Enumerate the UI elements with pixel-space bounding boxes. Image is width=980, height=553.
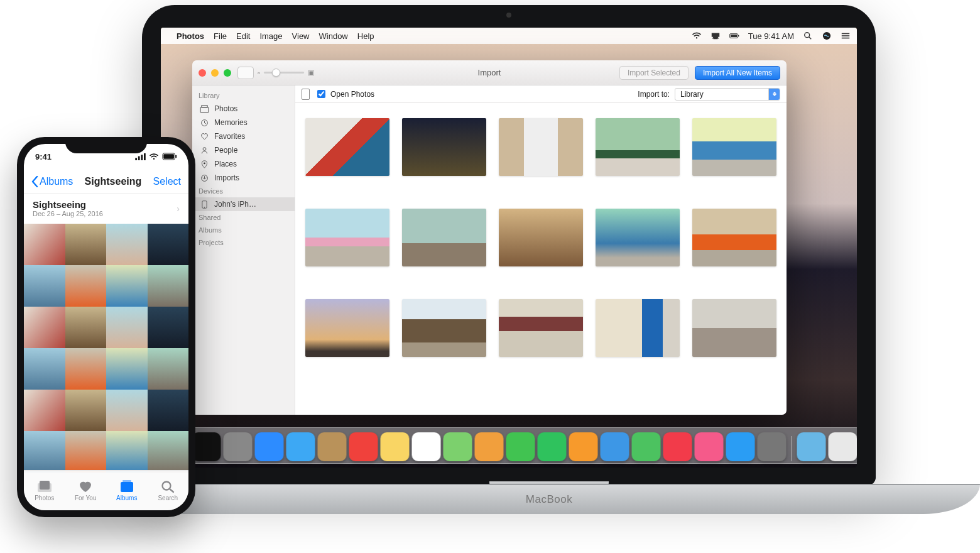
open-photos-input[interactable] bbox=[317, 90, 325, 98]
menu-file[interactable]: File bbox=[214, 31, 227, 41]
thumbnail-zoom-slider[interactable]: ▫ ▣ bbox=[258, 68, 314, 77]
menubar-app-name[interactable]: Photos bbox=[177, 31, 204, 41]
dock-app-news[interactable] bbox=[663, 432, 692, 461]
dock-app-safari[interactable] bbox=[255, 432, 284, 461]
album-photo-thumbnail[interactable] bbox=[148, 224, 189, 265]
dock-app-notes[interactable] bbox=[381, 432, 410, 461]
album-photo-thumbnail[interactable] bbox=[65, 265, 107, 307]
import-thumbnail[interactable] bbox=[402, 118, 486, 176]
menu-window[interactable]: Window bbox=[319, 31, 348, 41]
airplay-icon[interactable] bbox=[710, 31, 721, 40]
minimize-button[interactable] bbox=[211, 69, 219, 77]
album-photo-thumbnail[interactable] bbox=[106, 390, 148, 431]
import-thumbnail[interactable] bbox=[692, 299, 776, 357]
album-photo-thumbnail[interactable] bbox=[148, 307, 189, 348]
import-to-dropdown[interactable]: Library bbox=[675, 88, 780, 101]
import-thumbnail[interactable] bbox=[499, 118, 583, 176]
import-thumbnail[interactable] bbox=[305, 118, 389, 176]
album-photo-thumbnail[interactable] bbox=[24, 348, 65, 390]
dock-app-photos[interactable] bbox=[475, 432, 504, 461]
album-photo-thumbnail[interactable] bbox=[148, 348, 189, 390]
dock-app-messages[interactable] bbox=[506, 432, 535, 461]
dock-app-system-preferences[interactable] bbox=[758, 432, 787, 461]
dock-app-calendar[interactable] bbox=[349, 432, 378, 461]
menubar-clock[interactable]: Tue 9:41 AM bbox=[748, 31, 794, 41]
import-all-button[interactable]: Import All New Items bbox=[695, 66, 780, 80]
album-photo-thumbnail[interactable] bbox=[65, 307, 107, 348]
sidebar-item-favorites[interactable]: Favorites bbox=[192, 129, 295, 143]
dock-app-contacts[interactable] bbox=[318, 432, 347, 461]
album-photo-thumbnail[interactable] bbox=[106, 348, 148, 390]
album-photo-thumbnail[interactable] bbox=[148, 265, 189, 307]
sidebar-item-people[interactable]: People bbox=[192, 143, 295, 157]
dock-app-music[interactable] bbox=[695, 432, 724, 461]
menu-help[interactable]: Help bbox=[357, 31, 374, 41]
album-photo-thumbnail[interactable] bbox=[106, 224, 148, 265]
tab-for-you[interactable]: For You bbox=[65, 471, 107, 510]
import-thumbnail[interactable] bbox=[402, 209, 486, 266]
import-thumbnail[interactable] bbox=[305, 299, 389, 357]
album-photo-thumbnail[interactable] bbox=[65, 431, 107, 473]
sidebar-item-device-iphone[interactable]: John's iPh… bbox=[192, 197, 295, 211]
dock-app-launchpad[interactable] bbox=[224, 432, 253, 461]
dock-app-siri[interactable] bbox=[192, 432, 221, 461]
nav-select-button[interactable]: Select bbox=[153, 176, 181, 187]
sidebar-item-imports[interactable]: Imports bbox=[192, 171, 295, 185]
dock-app-facetime[interactable] bbox=[538, 432, 567, 461]
siri-icon[interactable] bbox=[822, 31, 832, 40]
dock-app-numbers[interactable] bbox=[632, 432, 661, 461]
album-header[interactable]: Sightseeing Dec 26 – Aug 25, 2016 › bbox=[24, 194, 188, 224]
dock-app-trash[interactable] bbox=[829, 432, 858, 461]
import-thumbnail[interactable] bbox=[692, 209, 776, 266]
import-thumbnail[interactable] bbox=[499, 299, 583, 357]
close-button[interactable] bbox=[199, 69, 206, 77]
import-thumbnail[interactable] bbox=[692, 118, 776, 176]
import-thumbnail[interactable] bbox=[499, 209, 583, 266]
tab-albums[interactable]: Albums bbox=[106, 471, 148, 510]
menu-image[interactable]: Image bbox=[259, 31, 282, 41]
zoom-button[interactable] bbox=[224, 69, 231, 77]
battery-icon[interactable] bbox=[729, 31, 739, 40]
album-photo-thumbnail[interactable] bbox=[106, 265, 148, 307]
album-photo-thumbnail[interactable] bbox=[106, 307, 148, 348]
album-photo-thumbnail[interactable] bbox=[148, 431, 189, 473]
sidebar-toggle-button[interactable] bbox=[237, 67, 254, 79]
spotlight-icon[interactable] bbox=[803, 31, 813, 40]
import-thumbnail[interactable] bbox=[596, 299, 680, 357]
import-thumbnail[interactable] bbox=[305, 209, 389, 266]
notification-center-icon[interactable] bbox=[841, 31, 851, 40]
dock-app-reminders[interactable] bbox=[412, 432, 441, 461]
dock-app-pages[interactable] bbox=[569, 432, 598, 461]
album-photo-thumbnail[interactable] bbox=[65, 390, 107, 431]
album-photo-thumbnail[interactable] bbox=[65, 348, 107, 390]
album-photo-thumbnail[interactable] bbox=[24, 224, 65, 265]
open-photos-checkbox[interactable]: Open Photos bbox=[315, 88, 374, 100]
import-thumbnail[interactable] bbox=[596, 209, 680, 266]
import-thumbnail[interactable] bbox=[596, 118, 680, 176]
album-photo-grid[interactable] bbox=[24, 224, 188, 473]
album-photo-thumbnail[interactable] bbox=[106, 431, 148, 473]
album-photo-thumbnail[interactable] bbox=[24, 390, 65, 431]
album-photo-thumbnail[interactable] bbox=[24, 265, 65, 307]
dock-app-downloads[interactable] bbox=[797, 432, 826, 461]
album-photo-thumbnail[interactable] bbox=[24, 307, 65, 348]
dock-app-maps[interactable] bbox=[444, 432, 472, 461]
wifi-icon[interactable] bbox=[692, 31, 702, 40]
dock-app-app-store[interactable] bbox=[726, 432, 755, 461]
dock-app-keynote[interactable] bbox=[601, 432, 629, 461]
import-thumbnail[interactable] bbox=[402, 299, 486, 357]
nav-back-button[interactable]: Albums bbox=[31, 176, 73, 187]
tab-photos[interactable]: Photos bbox=[24, 471, 65, 510]
dock-separator bbox=[792, 436, 792, 461]
dock-app-mail[interactable] bbox=[286, 432, 315, 461]
sidebar-item-photos[interactable]: Photos bbox=[192, 102, 295, 116]
import-selected-button[interactable]: Import Selected bbox=[619, 66, 689, 80]
album-photo-thumbnail[interactable] bbox=[24, 431, 65, 473]
album-photo-thumbnail[interactable] bbox=[65, 224, 107, 265]
menu-view[interactable]: View bbox=[292, 31, 310, 41]
menu-edit[interactable]: Edit bbox=[236, 31, 250, 41]
sidebar-item-places[interactable]: Places bbox=[192, 157, 295, 171]
chevron-right-icon: › bbox=[177, 204, 180, 214]
sidebar-item-memories[interactable]: Memories bbox=[192, 116, 295, 129]
album-photo-thumbnail[interactable] bbox=[148, 390, 189, 431]
